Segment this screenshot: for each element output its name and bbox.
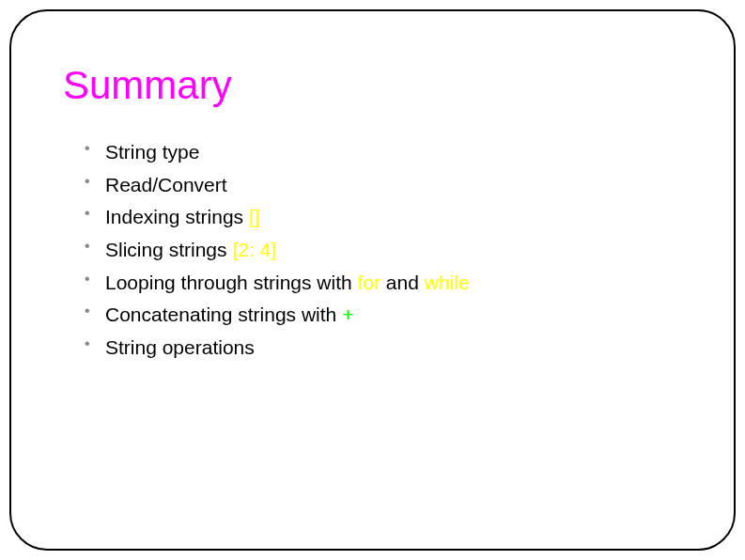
list-item: Read/Convert: [85, 169, 687, 202]
bullet-text: Slicing strings: [105, 239, 232, 260]
bullet-text: String operations: [105, 336, 255, 358]
list-item: Slicing strings [2: 4]: [85, 234, 687, 267]
bullet-list: String type Read/Convert Indexing string…: [58, 136, 687, 364]
list-item: Indexing strings []: [85, 201, 687, 234]
code-snippet: []: [249, 206, 260, 227]
list-item: String type: [85, 136, 687, 169]
bullet-text: and: [380, 272, 425, 293]
list-item: String operations: [85, 332, 687, 365]
code-snippet: while: [425, 272, 470, 293]
bullet-text: String type: [105, 141, 199, 163]
bullet-text: Read/Convert: [105, 174, 227, 195]
bullet-text: Indexing strings: [105, 206, 249, 227]
slide-title: Summary: [63, 63, 687, 108]
slide-frame: Summary String type Read/Convert Indexin…: [9, 9, 736, 551]
bullet-text: Looping through strings with: [105, 272, 358, 293]
code-snippet: [2: 4]: [232, 239, 276, 260]
code-snippet: +: [342, 303, 353, 325]
list-item: Concatenating strings with +: [85, 299, 687, 332]
list-item: Looping through strings with for and whi…: [85, 267, 687, 300]
code-snippet: for: [358, 272, 381, 293]
bullet-text: Concatenating strings with: [105, 303, 342, 325]
